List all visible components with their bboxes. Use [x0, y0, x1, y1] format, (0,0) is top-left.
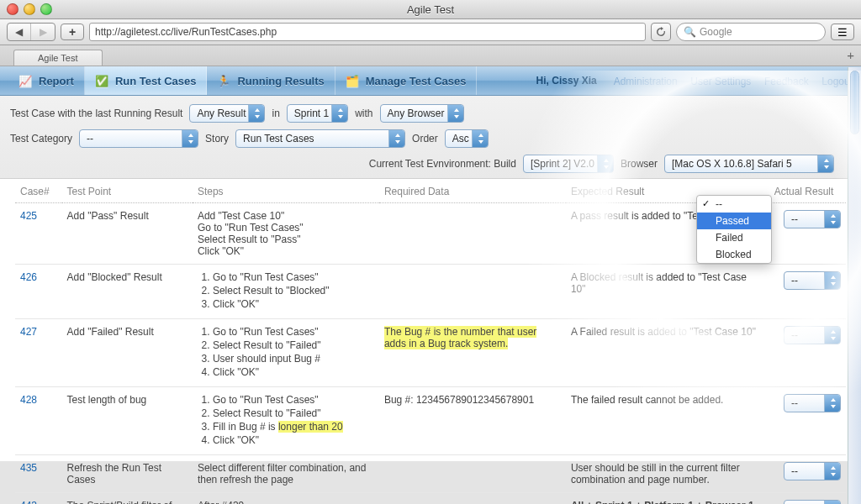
runner-icon: 🏃: [217, 75, 232, 87]
window-title: Agile Test: [0, 3, 861, 16]
nav-report[interactable]: 📈Report: [8, 66, 85, 95]
cell-expected: A Failed result is added to "Test Case 1…: [566, 319, 762, 387]
vertical-scrollbar[interactable]: [848, 67, 861, 504]
cell-steps: Select different filter combination, and…: [193, 455, 379, 493]
cell-expected: The failed result cannot be added.: [566, 387, 762, 455]
select-build[interactable]: [Sprint 2] V2.0: [523, 155, 614, 173]
select-order[interactable]: Asc: [445, 129, 489, 148]
address-bar[interactable]: http://agiletest.cc/live/RunTestCases.ph…: [89, 23, 646, 41]
cell-data: [379, 455, 566, 493]
link-user-settings[interactable]: User Settings: [690, 76, 751, 87]
browser-tab[interactable]: Agile Test: [13, 50, 103, 66]
col-case: Case#: [15, 179, 62, 203]
table-row: 435 Refresh the Run Test Cases Select di…: [15, 455, 846, 493]
browser-tabbar: Agile Test +: [0, 45, 861, 66]
table-row: 427 Add "Failed" Result Go to "Run Test …: [15, 319, 846, 387]
check-icon: ✅: [95, 75, 110, 87]
window-titlebar: Agile Test: [0, 0, 861, 19]
label-browser: Browser: [621, 158, 658, 170]
case-link[interactable]: 427: [15, 319, 62, 387]
dropdown-option-none[interactable]: --: [697, 196, 771, 213]
grid-icon: 🗂️: [346, 75, 361, 87]
select-sprint[interactable]: Sprint 1: [287, 104, 348, 123]
cell-point: Refresh the Run Test Cases: [62, 455, 193, 493]
select-actual-result[interactable]: --: [784, 210, 841, 228]
cell-expected: All + Sprint 1 + Platform 1 + Browser 1 …: [566, 493, 762, 505]
link-administration[interactable]: Administration: [614, 76, 678, 87]
browser-toolbar: ◀ ▶ + http://agiletest.cc/live/RunTestCa…: [0, 19, 861, 45]
select-browser-any[interactable]: Any Browser: [380, 104, 464, 123]
cell-steps: Go to "Run Test Cases"Select Result to "…: [193, 265, 379, 319]
table-row: 443 The Sprint/Build filter of Run Test …: [15, 493, 846, 505]
select-env-browser[interactable]: [Mac OS X 10.6.8] Safari 5: [664, 155, 834, 173]
nav-manage-test-cases[interactable]: 🗂️Manage Test Cases: [335, 66, 478, 95]
select-result[interactable]: Any Result: [189, 104, 265, 123]
select-actual-result[interactable]: --: [784, 394, 841, 412]
back-button[interactable]: ◀: [8, 24, 31, 40]
dropdown-option-blocked[interactable]: Blocked: [697, 246, 771, 263]
col-point: Test Point: [62, 179, 193, 203]
address-bar-text: http://agiletest.cc/live/RunTestCases.ph…: [95, 26, 277, 38]
dropdown-option-passed[interactable]: Passed: [697, 213, 771, 229]
case-link[interactable]: 426: [15, 265, 62, 319]
table-row: 426 Add "Blocked" Result Go to "Run Test…: [15, 265, 846, 319]
label-with: with: [355, 108, 372, 119]
cell-point: Add "Failed" Result: [62, 319, 193, 387]
app-navbar: 📈Report ✅Run Test Cases 🏃Running Results…: [0, 66, 861, 96]
cell-data: [379, 265, 566, 319]
cell-steps: Go to "Run Test Cases"Select Result to "…: [193, 387, 379, 455]
report-icon: 📈: [18, 75, 34, 87]
cell-steps: Go to "Run Test Cases"Select Result to "…: [193, 319, 379, 387]
table-row: 428 Test length of bug Go to "Run Test C…: [15, 387, 846, 455]
link-feedback[interactable]: Feedback: [764, 76, 809, 87]
col-steps: Steps: [193, 179, 379, 203]
nav-running-results[interactable]: 🏃Running Results: [207, 66, 335, 95]
forward-button[interactable]: ▶: [31, 24, 55, 40]
search-placeholder: Google: [700, 26, 732, 38]
col-data: Required Data: [379, 179, 566, 203]
select-actual-result[interactable]: --: [784, 462, 841, 480]
bookmarks-button[interactable]: ☰: [831, 24, 854, 40]
cell-expected: User should be still in the current filt…: [566, 455, 762, 493]
cell-steps: After #439: [193, 493, 379, 505]
cell-data: [379, 203, 566, 265]
select-actual-result[interactable]: --: [784, 271, 841, 290]
cell-expected: A Blocked result is added to "Test Case …: [566, 265, 762, 319]
cell-data: Bug #: 123456789012345678901: [379, 387, 566, 455]
case-link[interactable]: 435: [15, 455, 62, 493]
actual-result-dropdown[interactable]: -- Passed Failed Blocked: [696, 195, 772, 264]
filter-panel: Test Case with the last Running Result A…: [0, 96, 861, 179]
cell-point: Add "Pass" Result: [62, 203, 193, 265]
admin-links: Administration User Settings Feedback Lo…: [604, 75, 853, 87]
dropdown-option-failed[interactable]: Failed: [697, 229, 771, 246]
search-field[interactable]: 🔍 Google: [676, 23, 826, 41]
case-link[interactable]: 443: [15, 493, 62, 505]
label-in: in: [272, 108, 279, 119]
label-last-running-result: Test Case with the last Running Result: [10, 108, 182, 119]
case-link[interactable]: 428: [15, 387, 62, 455]
user-greeting: Hi, Cissy Xia: [536, 75, 604, 87]
case-link[interactable]: 425: [15, 203, 62, 265]
cell-point: Test length of bug: [62, 387, 193, 455]
cell-point: Add "Blocked" Result: [62, 265, 193, 319]
scrollbar-thumb[interactable]: [850, 71, 859, 134]
select-story[interactable]: Run Test Cases: [235, 129, 405, 148]
select-actual-result[interactable]: --: [784, 500, 841, 504]
label-env-build: Current Test Evnvironment: Build: [369, 158, 516, 170]
label-test-category: Test Category: [10, 133, 72, 144]
cell-data: [379, 493, 566, 505]
col-actual: Actual Result: [762, 179, 846, 203]
select-category[interactable]: --: [79, 129, 198, 148]
new-tab-button[interactable]: +: [847, 48, 854, 62]
nav-run-test-cases[interactable]: ✅Run Test Cases: [85, 66, 208, 95]
reload-button[interactable]: [651, 23, 671, 41]
label-order: Order: [412, 133, 438, 144]
cell-point: The Sprint/Build filter of Run Test Case…: [62, 493, 193, 505]
add-bookmark-button[interactable]: +: [61, 24, 84, 40]
label-story: Story: [205, 133, 229, 144]
cell-steps: Add "Test Case 10" Go to "Run Test Cases…: [193, 203, 379, 265]
cell-data: The Bug # is the number that user adds i…: [379, 319, 566, 387]
select-actual-result[interactable]: --: [784, 326, 841, 344]
search-icon: 🔍: [684, 26, 696, 38]
